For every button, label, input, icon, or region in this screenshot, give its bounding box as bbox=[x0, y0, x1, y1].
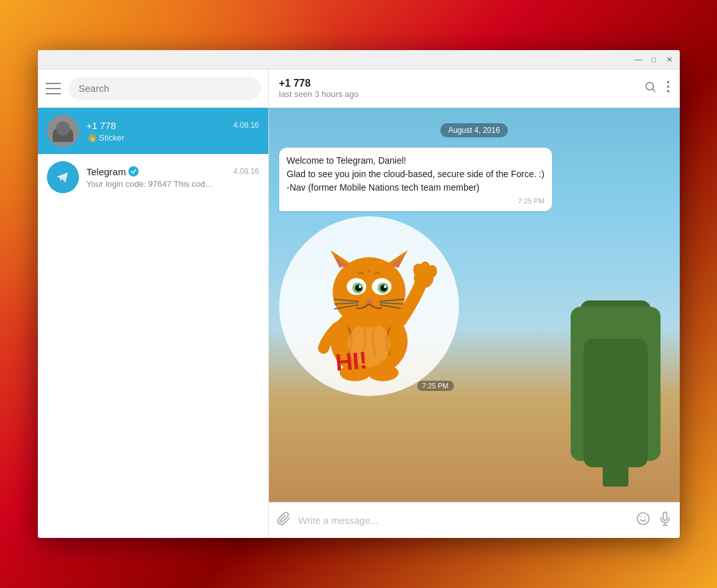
chat-name: +1 778 bbox=[87, 120, 116, 131]
svg-point-17 bbox=[355, 284, 362, 291]
messages-area[interactable]: August 4, 2016 Welcome to Telegram, Dani… bbox=[269, 108, 680, 502]
sidebar-header bbox=[38, 69, 268, 108]
chat-item[interactable]: Telegram 4.08.16 Your login code: 97647 … bbox=[38, 154, 268, 200]
chat-header-info: +1 778 last seen 3 hours ago bbox=[279, 78, 644, 99]
microphone-icon[interactable] bbox=[658, 512, 672, 529]
svg-point-20 bbox=[383, 285, 386, 288]
chat-preview: 👋 Sticker bbox=[87, 133, 259, 143]
sticker-container: HI! 7:25 PM bbox=[279, 216, 459, 396]
main-area: +1 778 4.08.16 👋 Sticker bbox=[38, 69, 680, 538]
message-input[interactable] bbox=[298, 515, 628, 526]
chat-info: Telegram 4.08.16 Your login code: 97647 … bbox=[87, 166, 259, 189]
chat-header-name: +1 778 bbox=[279, 78, 644, 89]
message-text: Welcome to Telegram, Daniel! Glad to see… bbox=[287, 154, 545, 195]
svg-point-1 bbox=[646, 82, 653, 90]
svg-point-18 bbox=[380, 284, 387, 291]
date-separator: August 4, 2016 bbox=[279, 123, 669, 137]
maximize-button[interactable]: □ bbox=[649, 55, 659, 65]
chat-header: +1 778 last seen 3 hours ago bbox=[269, 69, 680, 108]
chat-area: +1 778 last seen 3 hours ago bbox=[269, 69, 680, 538]
chat-input-area bbox=[269, 502, 680, 538]
chat-item[interactable]: +1 778 4.08.16 👋 Sticker bbox=[38, 108, 268, 154]
verified-badge bbox=[128, 166, 139, 177]
chat-header-actions bbox=[644, 80, 669, 96]
sidebar: +1 778 4.08.16 👋 Sticker bbox=[38, 69, 269, 538]
date-badge: August 4, 2016 bbox=[440, 123, 508, 137]
svg-text:HI!: HI! bbox=[334, 347, 368, 376]
message-bubble: Welcome to Telegram, Daniel! Glad to see… bbox=[279, 148, 553, 211]
svg-line-2 bbox=[652, 89, 655, 92]
chat-list: +1 778 4.08.16 👋 Sticker bbox=[38, 108, 268, 538]
attach-icon[interactable] bbox=[277, 512, 291, 529]
more-options-icon[interactable] bbox=[667, 80, 669, 96]
title-bar: — □ ✕ bbox=[38, 50, 680, 69]
svg-point-3 bbox=[667, 81, 669, 83]
chat-name-row: Telegram 4.08.16 bbox=[87, 166, 259, 177]
chat-header-status: last seen 3 hours ago bbox=[279, 89, 644, 99]
chat-info: +1 778 4.08.16 👋 Sticker bbox=[87, 120, 259, 143]
search-input[interactable] bbox=[69, 77, 261, 100]
svg-point-5 bbox=[667, 90, 669, 92]
svg-point-21 bbox=[365, 298, 372, 304]
chat-date: 4.08.16 bbox=[233, 121, 259, 130]
message-time: 7:25 PM bbox=[287, 197, 545, 205]
svg-point-4 bbox=[667, 85, 669, 88]
svg-point-31 bbox=[427, 265, 436, 278]
emoji-icon[interactable] bbox=[636, 512, 650, 529]
svg-point-8 bbox=[333, 257, 405, 327]
svg-point-35 bbox=[637, 513, 648, 524]
svg-point-19 bbox=[358, 285, 361, 288]
sticker-image: HI! bbox=[279, 216, 459, 396]
search-icon[interactable] bbox=[644, 80, 657, 96]
hamburger-menu-icon[interactable] bbox=[46, 83, 61, 94]
chat-name-row: +1 778 4.08.16 bbox=[87, 120, 259, 131]
avatar bbox=[47, 115, 79, 147]
svg-point-33 bbox=[367, 365, 398, 381]
close-button[interactable]: ✕ bbox=[664, 55, 675, 65]
avatar bbox=[47, 161, 79, 193]
app-window: — □ ✕ +1 778 bbox=[38, 50, 680, 538]
chat-date: 4.08.16 bbox=[233, 167, 259, 176]
minimize-button[interactable]: — bbox=[634, 55, 644, 65]
chat-preview: Your login code: 97647 This cod… bbox=[87, 179, 259, 189]
sticker-time: 7:25 PM bbox=[417, 381, 454, 391]
chat-name: Telegram bbox=[87, 166, 126, 177]
